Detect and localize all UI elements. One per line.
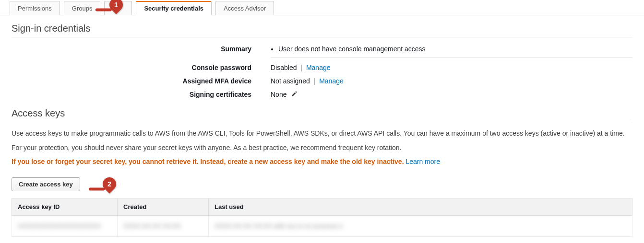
- table-row[interactable]: XXXXXXXXXXXXXXXXXXXX XXXX-XX-XX XX:XX XX…: [12, 215, 632, 236]
- console-password-status: Disabled: [271, 64, 297, 71]
- create-access-key-button[interactable]: Create access key: [12, 177, 80, 191]
- signing-cert-status: None: [271, 91, 286, 98]
- col-last-used[interactable]: Last used: [209, 198, 632, 215]
- tab-access-advisor[interactable]: Access Advisor: [215, 1, 274, 15]
- cell-access-key-id: XXXXXXXXXXXXXXXXXXXX: [12, 215, 118, 236]
- access-keys-title: Access keys: [12, 108, 632, 122]
- mfa-value: Not assigned | Manage: [271, 76, 632, 85]
- tab-groups[interactable]: Groups: [64, 1, 101, 15]
- learn-more-link[interactable]: Learn more: [405, 158, 440, 165]
- access-keys-table: Access key ID Created Last used XXXXXXXX…: [12, 198, 632, 237]
- col-created[interactable]: Created: [118, 198, 209, 215]
- access-keys-warning-text: If you lose or forget your secret key, y…: [12, 158, 404, 165]
- signing-cert-value: None: [271, 90, 632, 98]
- summary-label: Summary: [12, 44, 271, 53]
- col-access-key-id[interactable]: Access key ID: [12, 198, 118, 215]
- console-password-manage-link[interactable]: Manage: [306, 64, 331, 71]
- access-keys-warning: If you lose or forget your secret key, y…: [12, 157, 632, 167]
- pencil-icon[interactable]: [291, 91, 298, 98]
- summary-value: User does not have console management ac…: [271, 44, 632, 58]
- mfa-label: Assigned MFA device: [12, 76, 271, 85]
- signin-credentials-title: Sign-in credentials: [12, 23, 632, 37]
- callout-2: 2: [100, 174, 119, 194]
- mfa-manage-link[interactable]: Manage: [319, 77, 344, 85]
- cell-last-used: XXXX-XX-XX XX:XX with xxx in xx-xxxxxxxx…: [209, 215, 632, 236]
- signing-cert-label: Signing certificates: [12, 90, 271, 98]
- tab-security-credentials[interactable]: Security credentials: [136, 1, 212, 15]
- summary-item: User does not have console management ac…: [278, 45, 632, 53]
- signin-credentials-grid: Summary User does not have console manag…: [12, 44, 632, 98]
- access-keys-desc-2: For your protection, you should never sh…: [12, 143, 632, 153]
- console-password-value: Disabled | Manage: [271, 63, 632, 71]
- tab-content: Sign-in credentials Summary User does no…: [0, 15, 644, 237]
- tab-permissions[interactable]: Permissions: [10, 1, 60, 15]
- mfa-status: Not assigned: [271, 77, 310, 85]
- cell-created: XXXX-XX-XX XX:XX: [118, 215, 209, 236]
- tabs-bar: Permissions Groups T Security credential…: [0, 0, 644, 15]
- console-password-label: Console password: [12, 63, 271, 71]
- access-keys-desc-1: Use access keys to make programmatic cal…: [12, 129, 632, 139]
